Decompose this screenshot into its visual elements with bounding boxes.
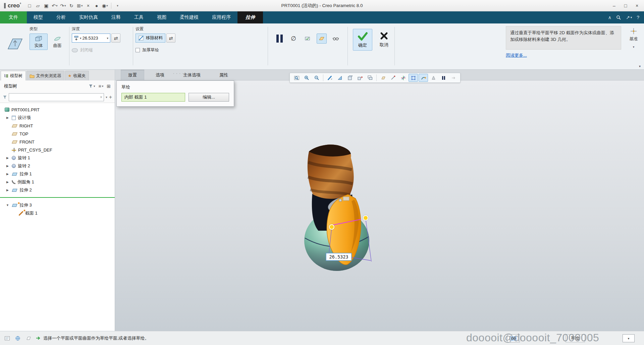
solid-toggle[interactable]: 实体 [30,34,48,50]
geometry-snapping-button[interactable] [419,74,428,82]
tree-collapse-icon[interactable]: ▼ [5,204,10,207]
rotation-center-button[interactable]: ◉▾ [101,2,109,10]
tab-tools[interactable]: 工具 [127,11,150,23]
tab-options[interactable]: 选项 [148,70,172,80]
selection-count-field[interactable]: 00 [507,334,520,342]
close-button[interactable]: × [632,2,642,10]
tab-favorites[interactable]: ★ 收藏夹 [65,71,89,80]
tree-expand-icon[interactable]: ▶ [5,116,10,119]
repaint-button[interactable] [325,74,334,82]
tree-row-right-plane[interactable]: RIGHT [0,122,115,130]
tree-row-extrude-3[interactable]: ▼ * 拉伸 3 [0,201,115,209]
tree-row-extrude-1[interactable]: ▶ 拉伸 1 [0,170,115,178]
tab-analysis[interactable]: 分析 [50,11,72,23]
depth-value[interactable]: 26.5323 [83,36,106,41]
tab-applications[interactable]: 应用程序 [205,11,237,23]
add-filter-button[interactable]: + [109,94,112,100]
tree-row-extrude-2[interactable]: ▶ 拉伸 2 [0,186,115,194]
view-manager-button[interactable] [365,74,375,82]
tree-search-input[interactable]: × [9,93,104,101]
pause-updates-button[interactable] [439,74,448,82]
collapse-dashboard-icon[interactable]: ▾ [639,64,641,68]
sketch-handle[interactable] [339,199,342,202]
datum-button[interactable]: 基准 ▾ [625,27,642,49]
attached-preview-button[interactable] [317,34,327,44]
edit-sketch-button[interactable]: 编辑... [189,93,229,102]
web-browser-button[interactable] [14,335,21,342]
regenerate-button[interactable]: ↻ [67,2,75,10]
flip-material-side-button[interactable]: ⇄ [166,34,175,43]
windows-button[interactable]: ⊞▾ [76,2,84,10]
selection-filter-dropdown[interactable]: ▾ [623,334,635,342]
thicken-sketch-option[interactable]: 加厚草绘 [136,47,175,53]
tree-columns-button[interactable]: ⊞ [107,83,111,89]
read-more-link[interactable]: 阅读更多... [506,52,527,58]
no-preview-button[interactable]: ∅ [288,34,299,44]
sketch-collector-field[interactable]: 内部 截面 1 [121,93,185,102]
tree-row-round-1[interactable]: ▶ 倒圆角 1 [0,178,115,186]
tab-properties[interactable]: 属性 [212,70,235,80]
display-style-button[interactable] [345,74,355,82]
tree-row-part[interactable]: PRT0001.PRT [0,106,115,114]
graphics-viewport[interactable]: 26.5323 [115,80,644,331]
tree-row-csys[interactable]: PRT_CSYS_DEF [0,146,115,154]
panel-drag-dots[interactable]: ∙ ∙ ∙ ∙ [173,71,184,76]
share-icon[interactable]: ↗▾ [626,15,632,20]
tree-row-revolve-1[interactable]: ▶ 旋转 1 [0,154,115,162]
new-file-button[interactable]: □ [25,2,34,10]
tree-expand-icon[interactable]: ▶ [5,156,10,160]
tab-placement[interactable]: 放置 [121,70,144,80]
spin-center-button[interactable] [398,74,408,82]
thicken-checkbox[interactable] [136,48,140,52]
render-sphere-button[interactable]: ● [93,2,101,10]
saved-orientations-button[interactable] [355,74,365,82]
redo-button[interactable]: ↷▾ [59,2,67,10]
verify-glasses-button[interactable] [331,34,341,44]
shade-button[interactable] [335,74,344,82]
zoom-in-button[interactable] [302,74,311,82]
depth-dimension-value[interactable]: 26.5323 [329,254,348,260]
customize-qat-button[interactable]: ▾ [113,2,121,10]
search-options-button[interactable]: ▾ [106,96,107,99]
tab-model[interactable]: 模型 [27,11,50,23]
tree-row-front-plane[interactable]: FRONT [0,138,115,146]
annotation-display-button[interactable] [388,74,398,82]
tree-filters-button[interactable]: ▾ [89,84,95,89]
tab-flexible-modeling[interactable]: 柔性建模 [173,11,205,23]
tab-folder-browser[interactable]: 文件夹浏览器 [26,71,64,80]
remove-material-toggle[interactable]: 移除材料 [136,34,165,43]
depth-drag-handle[interactable] [363,216,368,220]
flip-depth-direction-button[interactable]: ⇄ [111,34,120,43]
depth-drag-handle[interactable] [329,225,334,229]
pause-button[interactable] [274,34,284,44]
undo-button[interactable]: ↶▾ [51,2,59,10]
tree-expand-icon[interactable]: ▶ [5,180,10,184]
tree-expand-icon[interactable]: ▶ [5,172,10,176]
message-log-button[interactable] [3,335,11,342]
tree-row-section-1[interactable]: * 截面 1 [0,209,115,217]
tab-file[interactable]: 文件 [0,11,27,23]
ok-button[interactable]: 确定 [353,29,372,51]
refit-button[interactable] [292,74,301,82]
tab-extrude-active[interactable]: 拉伸 [237,11,263,23]
depth-value-field[interactable]: ▾ 26.5323 ▾ [72,34,110,43]
maximize-button[interactable]: □ [621,2,631,10]
insert-locator-line[interactable] [0,197,115,198]
collapse-ribbon-icon[interactable]: ∧ [608,15,611,20]
3d-model[interactable]: 26.5323 [115,80,644,331]
3d-dragger-button[interactable] [409,74,418,82]
surface-toggle[interactable]: 曲面 [48,34,66,50]
datum-plane-toggle-button[interactable] [25,335,32,342]
tree-row-revolve-2[interactable]: ▶ 旋转 2 [0,162,115,170]
zoom-out-button[interactable] [312,74,321,82]
tree-expand-icon[interactable]: ▶ [5,164,10,168]
unattached-preview-button[interactable] [303,34,313,44]
tab-view[interactable]: 视图 [150,11,173,23]
view-cone-button[interactable] [429,74,438,82]
tree-row-design-items[interactable]: ▶ 设计项 [0,114,115,122]
help-icon[interactable]: ? [637,15,639,20]
open-button[interactable]: ▱ [34,2,42,10]
tab-live-simulation[interactable]: 实时仿真 [72,11,105,23]
tree-row-top-plane[interactable]: TOP [0,130,115,138]
tab-annotate[interactable]: 注释 [105,11,127,23]
